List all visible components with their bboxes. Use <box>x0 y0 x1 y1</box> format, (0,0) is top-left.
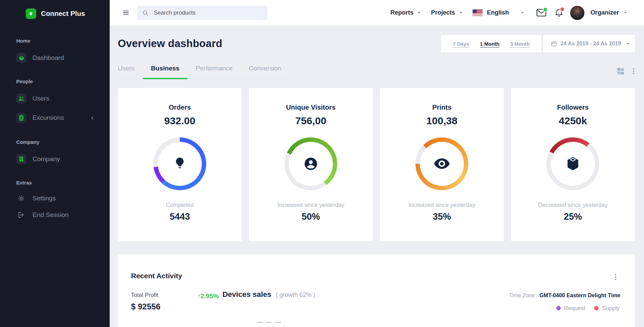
progress-ring <box>546 137 599 190</box>
sidebar-item-end-session[interactable]: End Session <box>0 211 110 219</box>
progress-ring <box>153 137 206 190</box>
search-input[interactable] <box>153 9 263 17</box>
sidebar-item-dashboard[interactable]: Dashboard <box>0 53 110 63</box>
chevron-left-icon[interactable]: ‹ <box>91 115 93 120</box>
card-value: 932.00 <box>164 115 195 127</box>
sidebar-item-excursions[interactable]: Excursions ‹ <box>0 113 110 123</box>
brand-logo[interactable]: Connect Plus <box>0 0 110 19</box>
legend-dot <box>556 306 561 310</box>
card-title: Prints <box>432 104 452 111</box>
card-sub-value: 5443 <box>170 212 190 222</box>
logout-icon <box>16 212 26 218</box>
sidebar-item-label: Dashboard <box>33 54 64 62</box>
tab-conversion[interactable]: Conversion <box>241 65 289 79</box>
card-title: Followers <box>557 104 588 111</box>
calendar-icon <box>551 41 557 47</box>
arrow-up-icon: ↑ <box>197 292 201 300</box>
bulb-icon <box>174 157 186 171</box>
projects-menu[interactable]: Projects <box>431 9 463 16</box>
chart-legend: Request Supply <box>556 305 620 312</box>
date-range-picker[interactable]: 24 As 2019 - 24 As 2019 <box>543 35 635 52</box>
total-profit-label: Total Profit <box>131 292 158 299</box>
card-sub-value: 50% <box>302 212 320 222</box>
timezone-row: Time Zone: GMT-0400 Eastern Delight Time <box>509 292 620 299</box>
tab-business[interactable]: Business <box>143 65 188 79</box>
dashboard-tabs: Users Business Performance Conversion <box>118 65 289 79</box>
projects-label: Projects <box>431 9 455 16</box>
gear-icon <box>16 195 26 202</box>
delta-value: 2.95% <box>201 292 219 300</box>
sidebar-item-company[interactable]: Company <box>0 154 110 164</box>
chevron-down-icon <box>626 43 629 45</box>
reports-menu[interactable]: Reports <box>390 9 421 16</box>
language-selector[interactable]: English <box>473 9 524 16</box>
sidebar-item-label: End Session <box>33 211 69 219</box>
date-range-panel: 7 Days 1 Month 3 Month 24 As 2019 - 24 A… <box>441 35 635 52</box>
tab-users[interactable]: Users <box>118 65 143 79</box>
chevron-down-icon <box>459 12 463 14</box>
view-options <box>617 67 635 75</box>
card-caption: Increased since yesterday <box>277 202 344 209</box>
sidebar-item-settings[interactable]: Settings <box>0 195 110 202</box>
brand-name: Connect Plus <box>41 10 85 18</box>
total-profit-value: $ 92556 <box>131 302 160 311</box>
stat-card-unique-visitors: Unique Visitors 756,00 Increased since y… <box>249 88 373 241</box>
hamburger-menu-icon[interactable] <box>122 9 130 16</box>
tab-performance[interactable]: Performance <box>188 65 241 79</box>
sidebar-section-people: People <box>0 79 110 84</box>
tabs-row: Users Business Performance Conversion <box>118 65 635 79</box>
recent-activity-title: Recent Activity <box>131 272 182 280</box>
sidebar: Connect Plus Home Dashboard People Users… <box>0 0 110 327</box>
legend-item-request[interactable]: Request <box>556 305 585 312</box>
chart-title: Devices sales <box>222 290 271 299</box>
sidebar-item-label: Excursions <box>33 114 64 122</box>
chart-title-row: Devices sales ( growth 62% ) <box>222 290 315 299</box>
recent-activity-card: Recent Activity Total Profit $ 92556 ↑2.… <box>118 254 635 327</box>
sidebar-section-company: Company <box>0 139 110 145</box>
range-tab-1-month[interactable]: 1 Month <box>480 41 500 47</box>
range-tab-3-month[interactable]: 3 Month <box>510 41 530 47</box>
sidebar-item-label: Company <box>33 155 60 163</box>
profit-delta: ↑2.95% <box>197 292 219 300</box>
sidebar-item-label: Settings <box>33 195 56 202</box>
card-value: 756,00 <box>295 115 326 127</box>
topbar-right: Reports Projects English <box>390 6 644 20</box>
card-sub-value: 35% <box>433 212 451 222</box>
us-flag-icon <box>473 9 482 16</box>
sidebar-item-users[interactable]: Users <box>0 93 110 104</box>
sidebar-section-home: Home <box>0 38 110 44</box>
dashboard-cube-icon <box>16 53 26 63</box>
range-tab-7-days[interactable]: 7 Days <box>453 41 469 47</box>
chart-cutoff-fragment <box>257 322 281 323</box>
legend-label: Request <box>564 305 585 312</box>
person-circle-icon <box>303 156 318 171</box>
sidebar-item-label: Users <box>33 95 49 102</box>
user-role-label: Organizer <box>591 9 619 16</box>
avatar[interactable] <box>570 6 584 20</box>
content: Overview dashboard 7 Days 1 Month 3 Mont… <box>110 25 644 327</box>
main-area: Reports Projects English <box>110 0 644 327</box>
messages-button[interactable] <box>536 8 546 17</box>
chevron-down-icon <box>624 12 627 14</box>
date-range-value: 24 As 2019 - 24 As 2019 <box>561 41 621 47</box>
reports-label: Reports <box>390 9 413 16</box>
timezone-value: GMT-0400 Eastern Delight Time <box>539 292 620 299</box>
sidebar-section-extras: Extras <box>0 180 110 186</box>
card-title: Unique Visitors <box>286 104 336 111</box>
timezone-label: Time Zone: <box>509 292 536 299</box>
legend-item-supply[interactable]: Supply <box>594 305 620 312</box>
notifications-button[interactable] <box>555 8 563 17</box>
eye-icon <box>434 158 450 169</box>
stat-card-prints: Prints 100,38 Increased since yesterday … <box>380 88 504 241</box>
card-caption: Completed <box>166 202 194 209</box>
grid-view-icon[interactable] <box>617 68 624 75</box>
kebab-menu-icon[interactable] <box>632 67 635 75</box>
range-tabs: 7 Days 1 Month 3 Month <box>441 35 541 52</box>
user-menu[interactable]: Organizer <box>591 9 627 16</box>
search-box <box>137 6 267 20</box>
app-root: Connect Plus Home Dashboard People Users… <box>0 0 644 327</box>
card-value: 100,38 <box>426 115 457 127</box>
kebab-menu-icon[interactable] <box>614 273 617 281</box>
stat-cards: Orders 932.00 Completed 5443 Unique Visi… <box>118 88 635 241</box>
building-icon <box>16 154 26 164</box>
